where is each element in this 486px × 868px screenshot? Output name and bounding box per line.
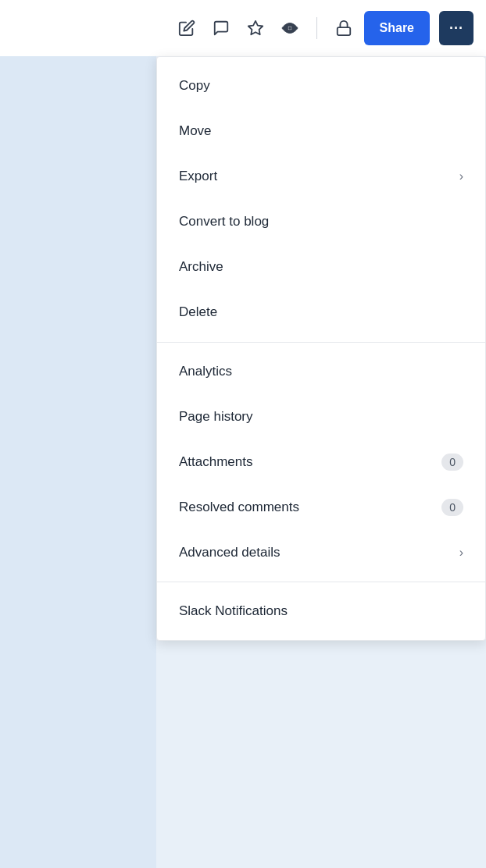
- menu-item-resolved-comments[interactable]: Resolved comments 0: [157, 485, 485, 530]
- menu-section-1: Copy Move Export › Convert to blog Archi…: [157, 57, 485, 342]
- comment-icon[interactable]: [210, 17, 232, 39]
- edit-icon[interactable]: [176, 17, 198, 39]
- star-icon[interactable]: [245, 17, 266, 39]
- menu-item-page-history[interactable]: Page history: [157, 394, 485, 439]
- toolbar-icons: [176, 17, 355, 39]
- menu-item-attachments[interactable]: Attachments 0: [157, 439, 485, 485]
- export-chevron-icon: ›: [459, 169, 463, 185]
- lock-icon[interactable]: [333, 17, 355, 39]
- toolbar: Share ···: [0, 0, 486, 56]
- menu-item-archive[interactable]: Archive: [157, 244, 485, 290]
- watch-icon[interactable]: [279, 17, 301, 39]
- page-content-area: [0, 56, 156, 868]
- menu-item-delete[interactable]: Delete: [157, 290, 485, 335]
- menu-item-advanced-details[interactable]: Advanced details ›: [157, 530, 485, 575]
- share-button[interactable]: Share: [364, 11, 430, 45]
- svg-point-2: [288, 27, 291, 30]
- more-dots-label: ···: [449, 20, 463, 37]
- more-button[interactable]: ···: [439, 11, 473, 45]
- menu-item-copy[interactable]: Copy: [157, 63, 485, 108]
- advanced-details-chevron-icon: ›: [459, 545, 463, 561]
- menu-item-convert-to-blog[interactable]: Convert to blog: [157, 199, 485, 244]
- svg-marker-0: [248, 21, 262, 34]
- toolbar-divider: [316, 17, 317, 39]
- menu-item-slack-notifications[interactable]: Slack Notifications: [157, 589, 485, 634]
- dropdown-menu: Copy Move Export › Convert to blog Archi…: [156, 56, 486, 641]
- menu-section-2: Analytics Page history Attachments 0 Res…: [157, 342, 485, 582]
- attachments-badge: 0: [441, 454, 463, 471]
- menu-item-analytics[interactable]: Analytics: [157, 349, 485, 394]
- menu-item-move[interactable]: Move: [157, 108, 485, 154]
- svg-rect-3: [337, 27, 350, 35]
- resolved-comments-badge: 0: [441, 499, 463, 516]
- menu-section-3: Slack Notifications: [157, 582, 485, 640]
- menu-item-export[interactable]: Export ›: [157, 154, 485, 199]
